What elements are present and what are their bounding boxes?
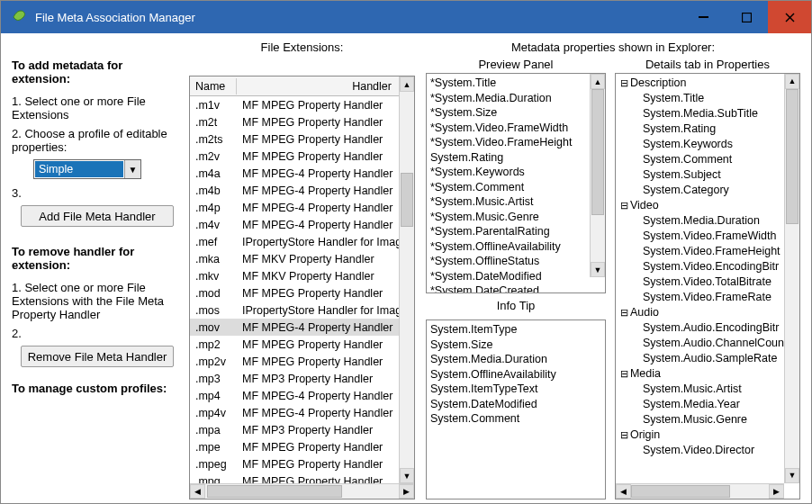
list-item[interactable]: *System.Media.Duration	[429, 91, 590, 106]
table-row[interactable]: .m2tsMF MPEG Property Handler	[190, 130, 414, 148]
tree-item[interactable]: System.Music.Genre	[616, 412, 784, 428]
tree-item[interactable]: System.Category	[616, 183, 784, 198]
tree-item[interactable]: System.Audio.SampleRate	[616, 351, 784, 366]
scroll-up-icon[interactable]: ▲	[400, 76, 414, 92]
collapse-icon[interactable]: ⊟	[619, 428, 630, 443]
table-row[interactable]: .m4bMF MPEG-4 Property Handler	[190, 182, 414, 199]
list-item[interactable]: System.OfflineAvailability	[429, 367, 603, 382]
list-item[interactable]: System.Comment	[429, 411, 603, 427]
table-row[interactable]: .mp2MF MPEG Property Handler	[190, 336, 414, 353]
list-item[interactable]: System.Media.Duration	[429, 352, 603, 367]
column-name[interactable]: Name	[190, 78, 237, 94]
extensions-table[interactable]: Name Handler .m1vMF MPEG Property Handle…	[189, 76, 415, 500]
details-vscrollbar[interactable]: ▲ ▼	[784, 74, 799, 483]
tree-item[interactable]: System.Media.Duration	[616, 213, 784, 229]
table-row[interactable]: .modMF MPEG Property Handler	[190, 284, 414, 302]
details-hscrollbar[interactable]: ◀ ▶	[616, 483, 784, 499]
tree-item[interactable]: System.Music.Artist	[616, 382, 784, 397]
list-item[interactable]: *System.Video.FrameWidth	[429, 121, 590, 136]
horizontal-scrollbar[interactable]: ◀ ▶	[190, 483, 414, 499]
maximize-button[interactable]	[725, 1, 768, 33]
preview-scrollbar[interactable]: ▲ ▼	[590, 74, 605, 277]
list-item[interactable]: System.ItemTypeText	[429, 382, 603, 397]
table-row[interactable]: .mkaMF MKV Property Handler	[190, 250, 414, 267]
collapse-icon[interactable]: ⊟	[619, 366, 630, 382]
tree-item[interactable]: System.Media.SubTitle	[616, 106, 784, 122]
column-handler[interactable]: Handler	[237, 78, 414, 94]
list-item[interactable]: *System.DateCreated	[429, 284, 590, 292]
chevron-down-icon[interactable]: ▼	[124, 160, 140, 178]
scroll-up-icon[interactable]: ▲	[591, 74, 605, 89]
tree-item[interactable]: System.Audio.ChannelCoun	[616, 336, 784, 351]
collapse-icon[interactable]: ⊟	[619, 76, 630, 91]
add-handler-button[interactable]: Add File Meta Handler	[21, 205, 174, 227]
scroll-up-icon[interactable]: ▲	[785, 74, 799, 89]
scroll-right-icon[interactable]: ▶	[399, 484, 414, 499]
tree-item[interactable]: System.Video.EncodingBitr	[616, 259, 784, 274]
table-row[interactable]: .mpeMF MPEG Property Handler	[190, 438, 414, 455]
tree-item[interactable]: System.Video.FrameHeight	[616, 244, 784, 259]
list-item[interactable]: *System.ParentalRating	[429, 224, 590, 239]
table-row[interactable]: .mpegMF MPEG Property Handler	[190, 455, 414, 472]
scroll-left-icon[interactable]: ◀	[190, 484, 205, 499]
list-item[interactable]: System.ItemType	[429, 322, 603, 338]
list-item[interactable]: *System.Comment	[429, 180, 590, 195]
list-item[interactable]: *System.Video.FrameHeight	[429, 135, 590, 150]
tree-item[interactable]: System.Video.TotalBitrate	[616, 274, 784, 290]
preview-listbox[interactable]: *System.Title*System.Media.Duration*Syst…	[426, 73, 606, 293]
collapse-icon[interactable]: ⊟	[619, 305, 630, 320]
tree-item[interactable]: System.Comment	[616, 152, 784, 167]
list-item[interactable]: *System.OfflineStatus	[429, 254, 590, 269]
table-row[interactable]: .m4pMF MPEG-4 Property Handler	[190, 199, 414, 216]
table-row[interactable]: .mp4MF MPEG-4 Property Handler	[190, 387, 414, 404]
table-row[interactable]: .mpaMF MP3 Property Handler	[190, 421, 414, 438]
list-item[interactable]: *System.Size	[429, 105, 590, 121]
tree-item[interactable]: System.Video.FrameWidth	[616, 229, 784, 244]
tree-item[interactable]: System.Rating	[616, 122, 784, 137]
scroll-left-icon[interactable]: ◀	[616, 484, 631, 499]
table-row[interactable]: .mkvMF MKV Property Handler	[190, 267, 414, 284]
tree-item[interactable]: System.Keywords	[616, 137, 784, 152]
tree-item[interactable]: System.Video.FrameRate	[616, 290, 784, 305]
infotip-listbox[interactable]: System.ItemTypeSystem.SizeSystem.Media.D…	[426, 320, 606, 500]
table-row[interactable]: .m4aMF MPEG-4 Property Handler	[190, 165, 414, 182]
tree-group[interactable]: ⊟ Audio	[616, 305, 784, 320]
table-row[interactable]: .m4vMF MPEG-4 Property Handler	[190, 216, 414, 233]
list-item[interactable]: *System.Title	[429, 76, 590, 91]
table-row[interactable]: .mp4vMF MPEG-4 Property Handler	[190, 404, 414, 421]
tree-group[interactable]: ⊟ Origin	[616, 428, 784, 443]
close-button[interactable]	[768, 1, 811, 33]
table-row[interactable]: .mefIPropertyStore Handler for Image	[190, 233, 414, 250]
list-item[interactable]: System.Size	[429, 338, 603, 353]
scroll-down-icon[interactable]: ▼	[785, 468, 799, 483]
list-item[interactable]: *System.Keywords	[429, 165, 590, 180]
tree-item[interactable]: System.Audio.EncodingBitr	[616, 320, 784, 336]
table-row[interactable]: .m2vMF MPEG Property Handler	[190, 148, 414, 165]
table-row[interactable]: .mpgMF MPEG Property Handler	[190, 472, 414, 483]
tree-group[interactable]: ⊟ Video	[616, 198, 784, 213]
tree-item[interactable]: System.Video.Director	[616, 443, 784, 458]
table-row[interactable]: .m1vMF MPEG Property Handler	[190, 96, 414, 113]
table-row[interactable]: .mp2vMF MPEG Property Handler	[190, 353, 414, 370]
table-row[interactable]: .mosIPropertyStore Handler for Image	[190, 302, 414, 319]
collapse-icon[interactable]: ⊟	[619, 198, 630, 213]
tree-group[interactable]: ⊟ Media	[616, 366, 784, 382]
vertical-scrollbar[interactable]: ▲ ▼	[399, 76, 414, 483]
list-item[interactable]: *System.Music.Artist	[429, 194, 590, 210]
profile-combo[interactable]: Simple ▼	[33, 159, 141, 179]
list-item[interactable]: *System.OfflineAvailability	[429, 239, 590, 255]
table-row[interactable]: .mp3MF MP3 Property Handler	[190, 370, 414, 387]
table-row[interactable]: .m2tMF MPEG Property Handler	[190, 113, 414, 130]
minimize-button[interactable]	[681, 1, 725, 33]
tree-item[interactable]: System.Media.Year	[616, 397, 784, 412]
scroll-down-icon[interactable]: ▼	[400, 468, 414, 483]
tree-item[interactable]: System.Title	[616, 91, 784, 106]
scroll-down-icon[interactable]: ▼	[591, 262, 605, 277]
tree-item[interactable]: System.Subject	[616, 167, 784, 183]
remove-handler-button[interactable]: Remove File Meta Handler	[21, 346, 174, 367]
scroll-right-icon[interactable]: ▶	[769, 484, 784, 499]
list-item[interactable]: System.DateModified	[429, 397, 603, 412]
list-item[interactable]: *System.Music.Genre	[429, 210, 590, 225]
details-tree[interactable]: ⊟ DescriptionSystem.TitleSystem.Media.Su…	[615, 73, 800, 500]
list-item[interactable]: *System.DateModified	[429, 269, 590, 284]
